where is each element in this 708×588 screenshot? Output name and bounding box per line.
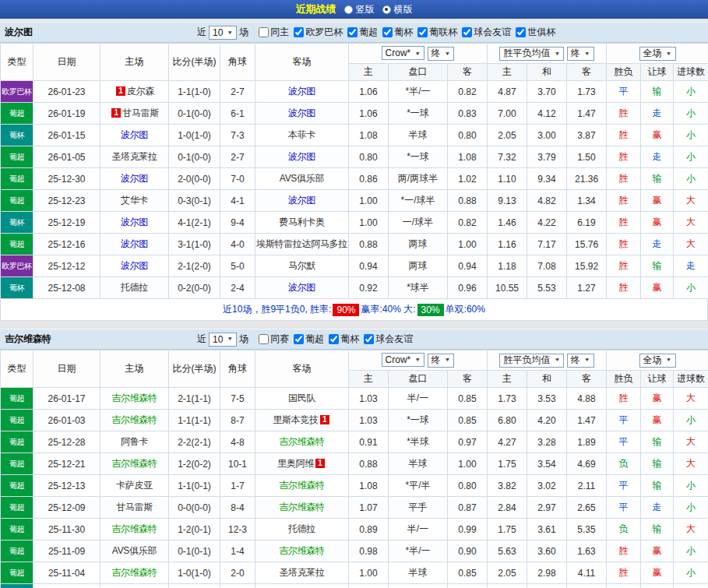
- league-filter[interactable]: 葡超: [291, 333, 324, 346]
- away-team[interactable]: 本菲卡: [255, 125, 349, 146]
- avg-stage-select[interactable]: 终▼: [567, 47, 594, 61]
- recent-count-select[interactable]: 10 ▼: [209, 26, 237, 40]
- odds-stage-select[interactable]: 终▼: [428, 47, 455, 61]
- away-team[interactable]: 吉尔维森特1: [255, 584, 349, 588]
- league-filter-label: 葡超: [305, 333, 324, 346]
- away-team[interactable]: 波尔图: [255, 190, 349, 212]
- away-team[interactable]: 波尔图: [255, 146, 349, 168]
- radio-icon[interactable]: [344, 5, 353, 14]
- league-filter[interactable]: 同主: [255, 26, 289, 39]
- scope-select[interactable]: 全场▼: [639, 47, 676, 61]
- avg-away: 2.38: [567, 584, 607, 588]
- league-filter-label: 球会友谊: [474, 26, 511, 39]
- away-team[interactable]: AVS俱乐部: [255, 168, 349, 190]
- home-team[interactable]: 吉尔维森特: [100, 410, 169, 431]
- odds-home: 0.80: [349, 146, 389, 168]
- league-filter-checkbox[interactable]: [347, 27, 358, 37]
- league-filter[interactable]: 欧罗巴杯: [291, 26, 343, 39]
- league-filter-checkbox[interactable]: [294, 334, 304, 344]
- col-avg-away: 客: [567, 371, 607, 388]
- odds-away: 0.97: [448, 431, 488, 453]
- layout-radio-horizontal[interactable]: 横版: [382, 3, 413, 16]
- home-team[interactable]: 吉尔维森特: [100, 453, 169, 475]
- league-filter[interactable]: 球会友谊: [459, 26, 511, 39]
- home-team[interactable]: 波尔图: [100, 168, 169, 190]
- layout-radio-vertical[interactable]: 竖版: [344, 3, 375, 16]
- home-team[interactable]: 阿鲁卡: [100, 431, 169, 453]
- league-filter-checkbox[interactable]: [462, 27, 472, 37]
- league-filter-checkbox[interactable]: [329, 334, 339, 344]
- home-team[interactable]: 托德拉: [100, 277, 169, 299]
- home-team[interactable]: 波尔图: [100, 125, 169, 146]
- avg-draw: 4.12: [527, 103, 567, 125]
- away-team[interactable]: 马尔默: [255, 255, 349, 277]
- avg-type-select[interactable]: 胜平负均值▼: [499, 354, 564, 368]
- avg-stage-select[interactable]: 终▼: [567, 354, 594, 368]
- radio-icon[interactable]: [382, 5, 391, 14]
- away-team[interactable]: 里斯本竞技1: [255, 410, 349, 431]
- avg-home: 10.55: [488, 277, 527, 299]
- away-team[interactable]: 费马利卡奥: [255, 212, 349, 234]
- chevron-down-icon: ▼: [227, 336, 233, 342]
- home-team[interactable]: 圣塔克莱拉: [100, 146, 169, 168]
- league-filter-checkbox[interactable]: [259, 27, 269, 37]
- avg-draw: 3.02: [527, 584, 567, 588]
- away-team[interactable]: 国民队: [255, 388, 349, 410]
- away-team[interactable]: 吉尔维森特: [255, 540, 349, 562]
- scope-select[interactable]: 全场▼: [639, 354, 676, 368]
- away-team[interactable]: 托德拉: [255, 519, 349, 540]
- match-row: 葡超26-01-05圣塔克莱拉0-1(0-0)2-7波尔图0.80*一球1.08…: [1, 146, 708, 168]
- corner-score: 4-8: [220, 431, 255, 453]
- corner-score: 9-4: [220, 212, 255, 234]
- league-filter-checkbox[interactable]: [516, 27, 526, 37]
- away-team[interactable]: 波尔图: [255, 103, 349, 125]
- result-goals: 大: [674, 212, 708, 234]
- col-result-goals: 进球数: [674, 371, 708, 388]
- recent-count-select[interactable]: 10 ▼: [209, 333, 237, 347]
- away-team[interactable]: 里奥阿维1: [255, 453, 349, 475]
- col-date: 日期: [33, 44, 100, 81]
- league-filter[interactable]: 球会友谊: [361, 333, 413, 346]
- league-filter-checkbox[interactable]: [364, 334, 374, 344]
- odds-company-select[interactable]: Crow*▼: [382, 46, 425, 60]
- home-team[interactable]: 波尔图: [100, 212, 169, 234]
- away-team[interactable]: 波尔图: [255, 277, 349, 299]
- league-filter[interactable]: 葡联杯: [414, 26, 457, 39]
- odds-company-select[interactable]: Crow*▼: [382, 353, 425, 367]
- away-team[interactable]: 波尔图: [255, 81, 349, 103]
- away-team[interactable]: 吉尔维森特: [255, 497, 349, 519]
- league-filter[interactable]: 葡杯: [379, 26, 413, 39]
- away-team[interactable]: 埃斯特雷拉达阿马多拉: [255, 234, 349, 255]
- odds-stage-select[interactable]: 终▼: [428, 354, 455, 368]
- result-handicap: 走: [641, 146, 674, 168]
- league-filter-checkbox[interactable]: [259, 334, 269, 344]
- home-team[interactable]: 1皮尔森: [100, 81, 169, 103]
- league-filter[interactable]: 葡超: [344, 26, 378, 39]
- league-filter-checkbox[interactable]: [382, 27, 393, 37]
- odds-handicap: *平/半: [389, 475, 448, 497]
- home-team[interactable]: 波尔图: [100, 234, 169, 255]
- home-team[interactable]: 吉尔维森特: [100, 388, 169, 410]
- home-team[interactable]: 艾华卡: [100, 190, 169, 212]
- avg-stage-value: 终: [571, 47, 580, 60]
- home-team[interactable]: 艾华卡: [100, 584, 169, 588]
- league-filter-checkbox[interactable]: [417, 27, 428, 37]
- avg-type-select[interactable]: 胜平负均值▼: [499, 47, 564, 61]
- league-filter[interactable]: 同赛: [255, 333, 289, 346]
- corner-score: 12-3: [220, 519, 255, 540]
- league-filter[interactable]: 葡杯: [326, 333, 359, 346]
- home-team[interactable]: 甘马雷斯: [100, 497, 169, 519]
- corner-score: 6-1: [220, 103, 255, 125]
- away-team[interactable]: 吉尔维森特: [255, 431, 349, 453]
- league-filter[interactable]: 世俱杯: [513, 26, 555, 39]
- home-team[interactable]: AVS俱乐部: [100, 540, 169, 562]
- away-team[interactable]: 圣塔克莱拉: [255, 562, 349, 584]
- home-team[interactable]: 吉尔维森特: [100, 519, 169, 540]
- home-team[interactable]: 卡萨皮亚: [100, 475, 169, 497]
- avg-home: 9.13: [488, 190, 527, 212]
- away-team[interactable]: 吉尔维森特: [255, 475, 349, 497]
- home-team[interactable]: 吉尔维森特: [100, 562, 169, 584]
- league-filter-checkbox[interactable]: [294, 27, 304, 37]
- home-team[interactable]: 1甘马雷斯: [100, 103, 169, 125]
- home-team[interactable]: 波尔图: [100, 255, 169, 277]
